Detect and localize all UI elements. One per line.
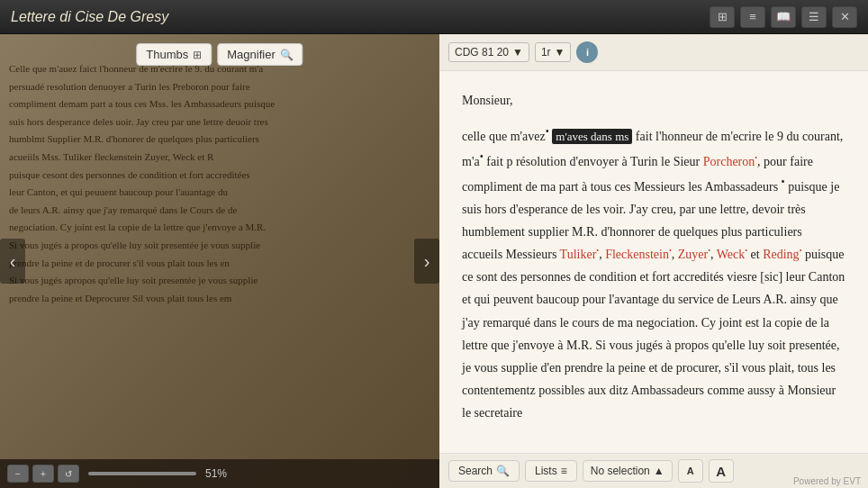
manuscript-image: Celle que m'auez faict l'honneur de m'ec… [0,34,439,488]
left-panel: Celle que m'auez faict l'honneur de m'ec… [0,34,439,488]
list-view-icon[interactable]: ≡ [740,6,765,28]
zuyer-link[interactable]: Zuyer• [678,248,710,261]
prev-page-button[interactable]: ‹ [0,239,25,284]
page-dropdown-icon: ▼ [555,46,565,59]
powered-by-label: Powered by EVT [793,476,861,486]
font-larger-button[interactable]: A [709,459,734,483]
info-icon: i [586,47,589,58]
cdg-selector[interactable]: CDG 81 20 ▼ [448,42,529,62]
magnifier-button[interactable]: Magnifier 🔍 [217,43,303,66]
cdg-label: CDG 81 20 [455,46,509,59]
no-selection-dropdown[interactable]: No selection ▲ [583,460,673,482]
page-selector[interactable]: 1r ▼ [535,42,572,62]
font-smaller-label: A [687,465,694,476]
search-button[interactable]: Search 🔍 [448,460,520,482]
close-icon[interactable]: ✕ [832,6,857,28]
main-content: Celle que m'auez faict l'honneur de m'ec… [0,34,868,488]
fleckenstein-link[interactable]: Fleckenstein• [605,248,672,261]
lists-label: Lists [535,465,557,477]
manuscript-view: Celle que m'auez faict l'honneur de m'ec… [0,34,439,488]
search-label: Search [458,465,493,477]
highlighted-word: m'aves dans ms [552,129,632,144]
thumbs-button[interactable]: Thumbs ⊞ [136,43,212,66]
left-bottom-toolbar: − + ↺ 51% [0,459,439,488]
text-content-area[interactable]: Monsieur, celle que m'avez• m'aves dans … [439,71,868,453]
salutation: Monsieur, [462,89,845,112]
book-view-icon[interactable]: 📖 [771,6,796,28]
thumbs-label: Thumbs [146,48,188,61]
title-icon-group: ⊞ ≡ 📖 ☰ ✕ [710,6,857,28]
porcheron-link[interactable]: Porcheron• [703,155,757,168]
lists-icon: ≡ [561,465,567,477]
next-page-button[interactable]: › [414,239,439,284]
lists-button[interactable]: Lists ≡ [525,460,577,482]
zoom-in-button[interactable]: + [32,465,54,483]
tuliker-link[interactable]: Tuliker• [560,248,600,261]
zoom-level: 51% [205,467,227,480]
info-button[interactable]: i [576,41,598,63]
right-bottombar: Search 🔍 Lists ≡ No selection ▲ A A Powe… [439,453,868,488]
font-smaller-button[interactable]: A [678,459,703,483]
no-selection-label: No selection [591,465,650,477]
grid-view-icon[interactable]: ⊞ [710,6,735,28]
paragraph-after: fait l'honneur de m'ecrire le 9 du coura… [462,130,845,420]
weck-link[interactable]: Weck• [717,248,747,261]
title-bar: Lettere di Cise De Gresy ⊞ ≡ 📖 ☰ ✕ [0,0,868,34]
main-paragraph: celle que m'avez• m'aves dans ms fait l'… [462,122,845,424]
magnifier-label: Magnifier [227,48,275,61]
reding-link[interactable]: Reding• [763,248,801,261]
search-icon: 🔍 [496,465,510,477]
paragraph-before: celle que m'avez• [462,130,552,143]
search-icon: 🔍 [280,49,294,61]
cdg-dropdown-icon: ▼ [512,46,523,59]
menu-icon[interactable]: ☰ [801,6,827,28]
rotate-button[interactable]: ↺ [58,465,79,483]
font-larger-label: A [716,464,726,479]
app-title: Lettere di Cise De Gresy [11,9,168,25]
left-toolbar: Thumbs ⊞ Magnifier 🔍 [136,43,303,66]
no-selection-arrow-up: ▲ [654,465,665,477]
right-panel: CDG 81 20 ▼ 1r ▼ i Monsieur, celle que m… [439,34,868,488]
handwritten-text: Celle que m'auez faict l'honneur de m'ec… [9,61,430,479]
page-label: 1r [541,46,551,59]
zoom-slider[interactable] [88,472,196,475]
right-topbar: CDG 81 20 ▼ 1r ▼ i [439,34,868,71]
grid-icon: ⊞ [193,49,202,61]
zoom-out-button[interactable]: − [7,465,29,483]
